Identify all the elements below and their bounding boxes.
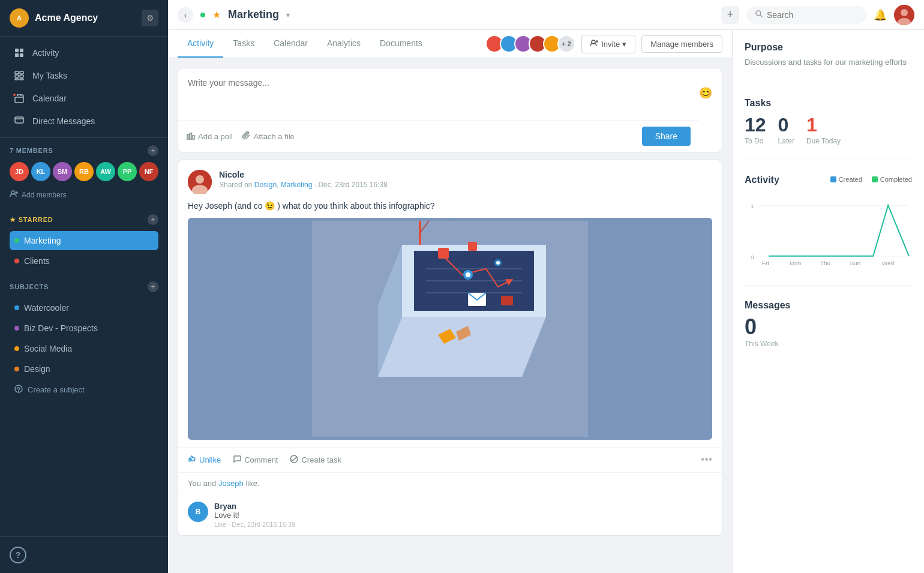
comment-sub: Like · Dec, 23rd 2015 16:39 (214, 521, 712, 528)
clients-dot (14, 259, 19, 263)
sidebar-item-direct-messages[interactable]: Direct Messages (4, 110, 164, 132)
svg-rect-10 (15, 79, 19, 80)
design-label: Design (24, 364, 50, 374)
svg-rect-11 (20, 79, 23, 80)
svg-point-22 (19, 391, 19, 392)
add-members-label: Add members (22, 191, 67, 199)
task-todo-number: 12 (745, 115, 766, 136)
comment-icon (233, 455, 241, 465)
biz-dev-dot (14, 326, 19, 331)
sidebar-item-calendar[interactable]: Calendar (4, 88, 164, 109)
likes-user-link[interactable]: Joseph (218, 479, 244, 488)
activity-feed: 😊 Add a poll Att (168, 58, 732, 573)
more-options-button[interactable]: ••• (701, 454, 712, 466)
marketing-label: Marketing (24, 236, 61, 245)
add-member-button[interactable]: + (148, 145, 158, 156)
back-button[interactable]: ‹ (178, 7, 193, 23)
search-input[interactable] (767, 10, 858, 20)
sidebar-agency-name: Acme Agency (35, 13, 142, 23)
svg-point-53 (466, 272, 470, 277)
svg-rect-7 (20, 71, 23, 74)
svg-rect-46 (468, 242, 477, 251)
svg-rect-32 (190, 133, 192, 139)
design-link[interactable]: Design (254, 181, 277, 189)
svg-point-23 (756, 11, 761, 16)
add-starred-button[interactable]: + (148, 214, 158, 225)
sidebar-item-activity[interactable]: Activity (4, 42, 164, 64)
notification-bell-icon[interactable]: 🔔 (874, 8, 887, 22)
svg-rect-16 (15, 117, 23, 123)
post-actions: Unlike Comment Create task (178, 447, 722, 472)
add-poll-button[interactable]: Add a poll (187, 131, 233, 142)
search-icon (755, 10, 763, 20)
share-button[interactable]: Share (642, 127, 691, 146)
task-later-number: 0 (778, 115, 794, 136)
post-image (188, 218, 712, 440)
comment-button[interactable]: Comment (233, 455, 278, 465)
tab-analytics[interactable]: Analytics (317, 30, 370, 58)
compose-textarea[interactable] (188, 78, 712, 108)
task-later: 0 Later (778, 115, 794, 145)
task-due-today: 1 Due Today (806, 115, 841, 145)
invite-button[interactable]: Invite ▾ (581, 35, 635, 53)
task-todo-label: To Do (745, 137, 766, 145)
tabs-bar: Activity Tasks Calendar Analytics Docume… (168, 30, 732, 58)
subjects-title: SUBJECTS (10, 283, 49, 290)
legend-created-label: Created (839, 176, 862, 183)
member-avatar-6: PP (118, 162, 137, 181)
messages-title: Messages (745, 300, 912, 311)
watercooler-label: Watercooler (24, 303, 69, 313)
user-avatar[interactable] (894, 5, 914, 25)
chart-legend: Created Completed (830, 176, 912, 183)
starred-header: ★ STARRED + (10, 214, 158, 225)
comment-body: Bryan Love it! Like · Dec, 23rd 2015 16:… (214, 502, 712, 528)
member-avatar-5: AW (96, 162, 115, 181)
add-subject-button[interactable]: + (148, 281, 158, 292)
svg-text:Mon: Mon (790, 259, 801, 266)
sidebar-item-biz-dev[interactable]: Biz Dev - Prospects (10, 319, 158, 338)
create-subject-button[interactable]: Create a subject (10, 380, 158, 400)
post-comment: B Bryan Love it! Like · Dec, 23rd 2015 1… (178, 494, 722, 535)
project-chevron-icon[interactable]: ▾ (286, 11, 290, 19)
tab-documents[interactable]: Documents (370, 30, 432, 58)
attach-file-label: Attach a file (254, 132, 295, 141)
activity-icon (13, 48, 25, 58)
comment-author-name: Bryan (214, 502, 712, 511)
attach-file-button[interactable]: Attach a file (242, 131, 295, 142)
tab-tasks[interactable]: Tasks (223, 30, 264, 58)
unlike-button[interactable]: Unlike (188, 455, 221, 465)
add-members-button[interactable]: Add members (10, 187, 158, 202)
sidebar: A Acme Agency ⚙ Activity My Tasks Calend… (0, 0, 168, 573)
sidebar-item-social-media[interactable]: Social Media (10, 339, 158, 358)
marketing-link[interactable]: Marketing (281, 181, 313, 189)
sidebar-item-marketing[interactable]: Marketing (10, 231, 158, 250)
help-button[interactable]: ? (10, 547, 26, 563)
sidebar-item-watercooler[interactable]: Watercooler (10, 298, 158, 317)
purpose-section: Purpose Discussions and tasks for our ma… (745, 42, 912, 68)
activity-chart: 1 0 Fri Mon Thu Sun (745, 196, 912, 271)
emoji-picker-icon[interactable]: 😊 (699, 86, 712, 100)
tab-activity[interactable]: Activity (178, 30, 223, 58)
add-button[interactable]: + (721, 6, 739, 24)
activity-chart-section: Activity Created Completed (745, 175, 912, 271)
sidebar-nav: Activity My Tasks Calendar Direct Messag… (0, 37, 168, 138)
sidebar-logo: A (10, 8, 29, 28)
members-title: 7 MEMBERS (10, 147, 53, 154)
member-avatar-3: SM (53, 162, 72, 181)
sidebar-item-clients[interactable]: Clients (10, 251, 158, 271)
sidebar-item-my-tasks[interactable]: My Tasks (4, 65, 164, 86)
unlike-label: Unlike (199, 455, 221, 464)
sidebar-settings-button[interactable]: ⚙ (142, 10, 158, 26)
biz-dev-label: Biz Dev - Prospects (24, 323, 98, 333)
members-header: 7 MEMBERS + (10, 145, 158, 156)
sidebar-item-design[interactable]: Design (10, 359, 158, 379)
manage-members-button[interactable]: Manage members (641, 35, 722, 53)
create-task-button[interactable]: Create task (290, 455, 341, 465)
divider-3 (745, 285, 912, 286)
messages-count: 0 (745, 314, 912, 340)
direct-messages-label: Direct Messages (32, 116, 95, 126)
svg-rect-8 (15, 75, 19, 77)
legend-completed: Completed (872, 176, 912, 183)
tab-calendar[interactable]: Calendar (264, 30, 317, 58)
post-card: Nicole Shared on Design, Marketing · Dec… (178, 160, 722, 536)
